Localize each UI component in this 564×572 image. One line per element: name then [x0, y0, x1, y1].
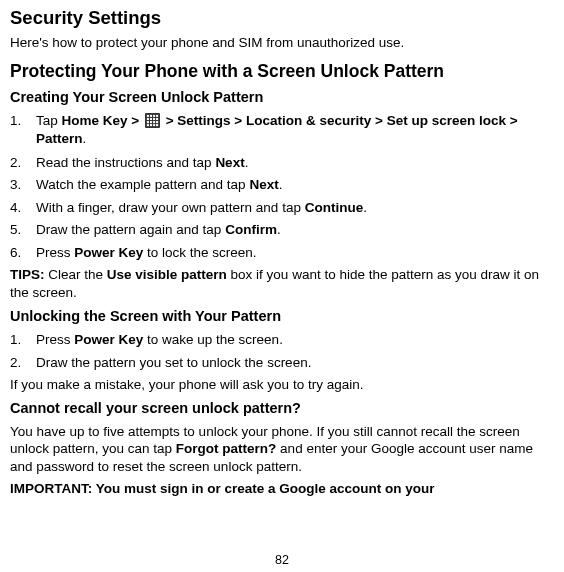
svg-rect-11 [153, 121, 155, 123]
intro-text: Here's how to protect your phone and SIM… [10, 34, 554, 52]
step-item: Draw the pattern again and tap Confirm. [10, 221, 554, 239]
step-item: Tap Home Key > > Settings > Location & s… [10, 112, 554, 148]
svg-rect-15 [153, 124, 155, 126]
steps-list-unlocking: Press Power Key to wake up the screen. D… [10, 331, 554, 371]
svg-rect-10 [150, 121, 152, 123]
svg-rect-5 [147, 118, 149, 120]
svg-rect-16 [156, 124, 158, 126]
svg-rect-9 [147, 121, 149, 123]
tips-paragraph: TIPS: Clear the Use visible pattern box … [10, 266, 554, 301]
svg-rect-8 [156, 118, 158, 120]
page-title: Security Settings [10, 6, 554, 30]
step-item: Draw the pattern you set to unlock the s… [10, 354, 554, 372]
svg-rect-4 [156, 115, 158, 117]
step-item: Press Power Key to wake up the screen. [10, 331, 554, 349]
important-note: IMPORTANT: You must sign in or create a … [10, 480, 554, 498]
step-item: Read the instructions and tap Next. [10, 154, 554, 172]
steps-list-creating: Tap Home Key > > Settings > Location & s… [10, 112, 554, 261]
svg-rect-14 [150, 124, 152, 126]
subsection-heading: Cannot recall your screen unlock pattern… [10, 399, 554, 418]
step-item: Press Power Key to lock the screen. [10, 244, 554, 262]
svg-rect-6 [150, 118, 152, 120]
svg-rect-2 [150, 115, 152, 117]
step-item: With a finger, draw your own pattern and… [10, 199, 554, 217]
svg-rect-12 [156, 121, 158, 123]
section-heading: Protecting Your Phone with a Screen Unlo… [10, 60, 554, 83]
svg-rect-7 [153, 118, 155, 120]
app-grid-icon [145, 113, 160, 128]
paragraph: You have up to five attempts to unlock y… [10, 423, 554, 476]
svg-rect-1 [147, 115, 149, 117]
subsection-heading: Creating Your Screen Unlock Pattern [10, 88, 554, 107]
svg-rect-13 [147, 124, 149, 126]
svg-rect-3 [153, 115, 155, 117]
step-item: Watch the example pattern and tap Next. [10, 176, 554, 194]
paragraph: If you make a mistake, your phone will a… [10, 376, 554, 394]
page-number: 82 [0, 552, 564, 568]
subsection-heading: Unlocking the Screen with Your Pattern [10, 307, 554, 326]
